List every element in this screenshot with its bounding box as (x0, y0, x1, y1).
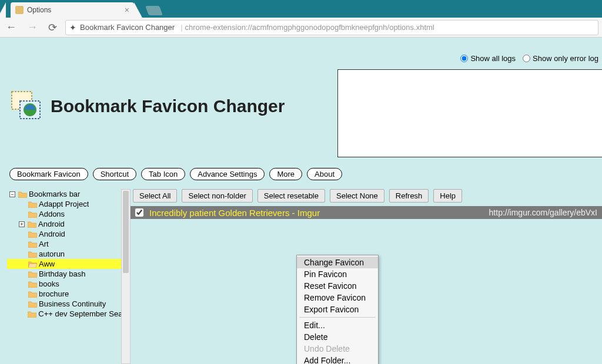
page-header: Bookmark Favicon Changer (11, 90, 285, 122)
address-url: chrome-extension://acmfnomgphggonodopogf… (185, 23, 434, 32)
scrollbar-thumb[interactable] (123, 191, 129, 273)
menu-item-export-favicon[interactable]: Export Favicon (297, 304, 378, 315)
browser-toolbar: ← → ⟳ ✦ Bookmark Favicon Changer | chrom… (0, 18, 602, 38)
page-content: Show all logs Show only error log Bookma… (0, 38, 602, 364)
tree-scrollbar[interactable] (121, 189, 131, 364)
tree-item[interactable]: autorun (7, 249, 131, 259)
menu-item-undo-delete: Undo Delete (297, 343, 378, 355)
folder-icon (28, 271, 37, 278)
tree-item[interactable]: Addons (7, 209, 131, 219)
main-tab-more[interactable]: More (269, 168, 302, 180)
tab-close-icon[interactable]: × (125, 5, 129, 15)
tree-item-label: Art (39, 240, 49, 248)
folder-icon (28, 221, 36, 228)
folder-icon (28, 201, 37, 208)
folder-icon (28, 291, 37, 298)
tree-item[interactable]: Adappt Project (7, 199, 131, 209)
bookmark-row-title: Incredibly patient Golden Retrievers - I… (149, 208, 320, 218)
menu-item-delete[interactable]: Delete (297, 331, 378, 343)
tree-item-label: Bookmarks bar (29, 190, 80, 198)
browser-tab[interactable]: Options × (11, 2, 134, 18)
main-tab-bar: Bookmark FaviconShortcutTab IconAdvance … (9, 168, 342, 180)
select-non-folder-button[interactable]: Select non-folder (182, 189, 252, 203)
main-tab-shortcut[interactable]: Shortcut (93, 168, 136, 180)
tree-item[interactable]: C++ dev September Search (7, 309, 131, 319)
tree-item[interactable]: +Android (7, 219, 131, 229)
tree-root-node[interactable]: −Bookmarks bar (7, 189, 131, 199)
main-tab-about[interactable]: About (307, 168, 342, 180)
new-tab-button[interactable] (145, 6, 163, 15)
tree-item[interactable]: Art (7, 239, 131, 249)
menu-item-pin-favicon[interactable]: Pin Favicon (297, 268, 378, 280)
tree-item-label: Birthday bash (39, 269, 86, 278)
expander-icon[interactable]: − (9, 191, 15, 197)
menu-item-add-folder[interactable]: Add Folder... (297, 355, 378, 364)
menu-item-remove-favicon[interactable]: Remove Favicon (297, 292, 378, 304)
extension-icon: ✦ (69, 23, 76, 32)
folder-icon (28, 241, 37, 248)
folder-icon (28, 281, 37, 288)
tree-item[interactable]: books (7, 279, 131, 289)
menu-item-edit[interactable]: Edit... (297, 319, 378, 331)
tree-item[interactable]: Android (7, 229, 131, 239)
forward-button[interactable]: → (25, 21, 40, 33)
log-preview-panel (337, 69, 602, 157)
page-title: Bookmark Favicon Changer (51, 96, 285, 116)
main-tab-tab-icon[interactable]: Tab Icon (141, 168, 185, 180)
back-button[interactable]: ← (4, 21, 19, 33)
folder-icon (28, 231, 37, 238)
refresh-button[interactable]: Refresh (389, 189, 429, 203)
app-logo-icon (11, 90, 42, 122)
folder-icon (28, 301, 37, 308)
menu-item-reset-favicon[interactable]: Reset Favicon (297, 280, 378, 292)
folder-icon (28, 251, 37, 258)
show-all-logs-radio[interactable]: Show all logs (460, 54, 516, 63)
tree-item-label: books (39, 279, 59, 288)
show-error-logs-radio[interactable]: Show only error log (523, 54, 598, 63)
select-all-button[interactable]: Select All (133, 189, 177, 203)
address-name: Bookmark Favicon Changer (80, 23, 175, 32)
tree-item[interactable]: Business Continuity (7, 299, 131, 309)
folder-icon (28, 211, 37, 218)
menu-item-change-favicon[interactable]: Change Favicon (297, 257, 378, 268)
folder-icon (18, 191, 27, 198)
tree-item-label: Android (39, 230, 65, 238)
select-resetable-button[interactable]: Select resetable (257, 189, 325, 203)
folder-icon (28, 311, 36, 318)
folder-icon (28, 261, 37, 268)
bookmark-row[interactable]: Incredibly patient Golden Retrievers - I… (131, 206, 602, 219)
action-button-row: Select AllSelect non-folderSelect reseta… (131, 188, 602, 206)
context-menu[interactable]: Change FaviconPin FaviconReset FaviconRe… (296, 255, 379, 364)
address-bar[interactable]: ✦ Bookmark Favicon Changer | chrome-exte… (65, 20, 598, 35)
log-filter-group: Show all logs Show only error log (460, 54, 598, 63)
tree-item-label: Android (38, 220, 65, 228)
tree-item-label: C++ dev September Search (38, 309, 131, 318)
tree-item-label: Business Continuity (39, 299, 106, 308)
select-none-button[interactable]: Select None (330, 189, 384, 203)
tree-item-label: Addons (39, 210, 65, 218)
main-tab-advance-settings[interactable]: Advance Settings (190, 168, 265, 180)
tab-favicon-icon (15, 6, 24, 14)
bookmark-row-url: http://imgur.com/gallery/ebVxI (489, 208, 597, 217)
tree-item[interactable]: Aww (7, 259, 131, 269)
reload-button[interactable]: ⟳ (46, 21, 59, 34)
tree-item-label: brochure (39, 289, 69, 298)
tree-item[interactable]: brochure (7, 289, 131, 299)
tree-item-label: autorun (39, 250, 65, 258)
tree-item-label: Adappt Project (39, 200, 89, 208)
browser-titlebar: Options × (0, 0, 602, 18)
expander-icon[interactable]: + (19, 221, 25, 227)
tree-item-label: Aww (39, 259, 55, 268)
tab-title: Options (27, 6, 51, 14)
bookmark-tree[interactable]: −Bookmarks barAdappt ProjectAddons+Andro… (7, 186, 131, 364)
bookmark-row-checkbox[interactable] (135, 208, 143, 217)
tree-item[interactable]: Birthday bash (7, 269, 131, 279)
main-tab-bookmark-favicon[interactable]: Bookmark Favicon (9, 168, 88, 180)
help-button[interactable]: Help (433, 189, 462, 203)
